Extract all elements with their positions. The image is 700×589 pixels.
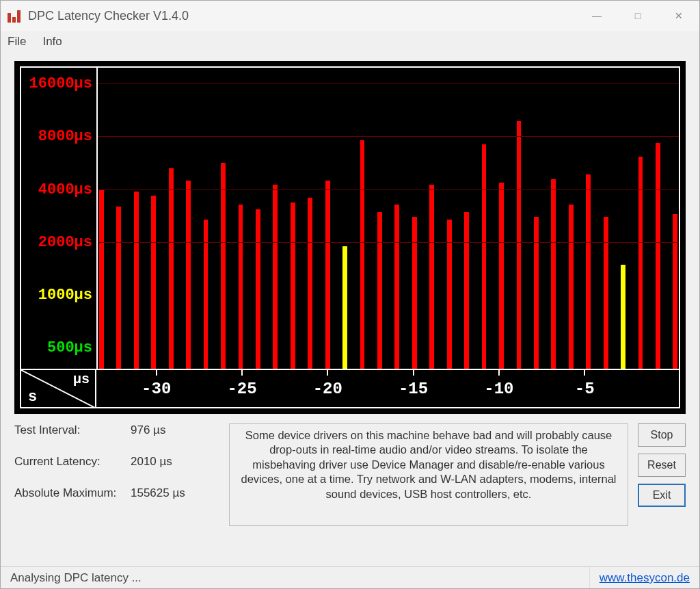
x-tick-mark <box>413 370 414 376</box>
maximize-button[interactable]: □ <box>617 1 658 31</box>
bar <box>221 163 226 369</box>
axis-corner: µs s <box>21 370 96 407</box>
plot-area <box>96 68 679 369</box>
stop-button[interactable]: Stop <box>638 423 686 447</box>
bar <box>517 121 522 369</box>
bar <box>673 214 677 369</box>
x-tick-label: -10 <box>484 380 513 398</box>
y-tick-label: 1000µs <box>38 287 92 304</box>
bar-series <box>98 68 679 369</box>
bar <box>656 143 660 369</box>
bar <box>638 157 643 369</box>
bar <box>429 185 434 369</box>
bar <box>186 181 191 369</box>
x-tick-label: -25 <box>227 380 256 398</box>
bar <box>308 198 312 369</box>
y-tick-label: 2000µs <box>38 234 92 251</box>
bar <box>569 205 574 369</box>
x-tick-mark <box>327 370 328 376</box>
x-tick-label: -5 <box>575 380 595 398</box>
y-tick-label: 500µs <box>47 339 92 356</box>
stats-panel: Test Interval: 976 µs Current Latency: 2… <box>14 423 219 500</box>
y-tick-label: 4000µs <box>38 181 92 198</box>
window-title: DPC Latency Checker V1.4.0 <box>28 9 189 23</box>
gridline <box>98 83 679 84</box>
bar <box>151 196 156 369</box>
bar <box>412 217 417 369</box>
exit-button[interactable]: Exit <box>638 484 686 507</box>
bar <box>534 217 539 369</box>
bar <box>256 209 260 369</box>
menu-info[interactable]: Info <box>42 35 62 49</box>
y-axis-labels: 16000µs8000µs4000µs2000µs1000µs500µs <box>21 68 96 369</box>
bar <box>134 192 139 369</box>
x-axis: -30-25-20-15-10-5 <box>96 370 679 407</box>
bar <box>291 202 295 369</box>
current-latency-value: 2010 µs <box>131 455 172 469</box>
bar <box>325 181 330 369</box>
bar <box>239 205 243 369</box>
bar <box>169 168 174 369</box>
reset-button[interactable]: Reset <box>638 454 686 477</box>
close-button[interactable]: ✕ <box>658 1 699 31</box>
menu-file[interactable]: File <box>8 35 26 49</box>
bar <box>499 183 504 369</box>
x-tick-mark <box>241 370 243 376</box>
absmax-value: 155625 µs <box>131 486 185 500</box>
status-text: Analysing DPC latency ... <box>10 567 590 588</box>
interval-value: 976 µs <box>131 423 165 437</box>
x-axis-unit: s <box>28 389 37 406</box>
x-tick-label: -15 <box>399 380 428 398</box>
bar <box>273 185 278 369</box>
bar <box>551 179 556 369</box>
x-tick-label: -20 <box>313 380 342 398</box>
bar <box>116 207 121 369</box>
y-tick-label: 8000µs <box>38 128 92 145</box>
y-tick-label: 16000µs <box>29 75 92 92</box>
bar <box>604 217 608 369</box>
bar <box>342 246 347 369</box>
bar <box>394 205 399 369</box>
bar <box>586 174 591 369</box>
bar <box>464 212 469 369</box>
status-link[interactable]: www.thesycon.de <box>600 571 690 585</box>
y-axis-unit: µs <box>73 371 90 387</box>
x-tick-label: -30 <box>142 380 171 398</box>
bar <box>99 190 104 369</box>
gridline <box>98 136 679 137</box>
x-tick-mark <box>156 370 157 376</box>
bar <box>482 144 487 369</box>
gridline <box>98 242 679 243</box>
absmax-label: Absolute Maximum: <box>14 486 131 500</box>
latency-chart: 16000µs8000µs4000µs2000µs1000µs500µs µs … <box>14 61 686 414</box>
app-icon <box>8 9 21 23</box>
current-latency-label: Current Latency: <box>14 455 131 469</box>
bar <box>621 265 625 369</box>
x-tick-mark <box>498 370 500 376</box>
message-box: Some device drivers on this machine beha… <box>229 423 628 526</box>
titlebar: DPC Latency Checker V1.4.0 — □ ✕ <box>1 1 699 31</box>
gridline <box>98 189 679 190</box>
app-window: DPC Latency Checker V1.4.0 — □ ✕ File In… <box>0 0 700 589</box>
minimize-button[interactable]: — <box>576 1 617 31</box>
bar <box>377 212 382 369</box>
x-tick-mark <box>584 370 585 376</box>
statusbar: Analysing DPC latency ... www.thesycon.d… <box>1 566 699 588</box>
menubar: File Info <box>1 31 699 53</box>
interval-label: Test Interval: <box>14 423 131 437</box>
bar <box>360 140 365 369</box>
